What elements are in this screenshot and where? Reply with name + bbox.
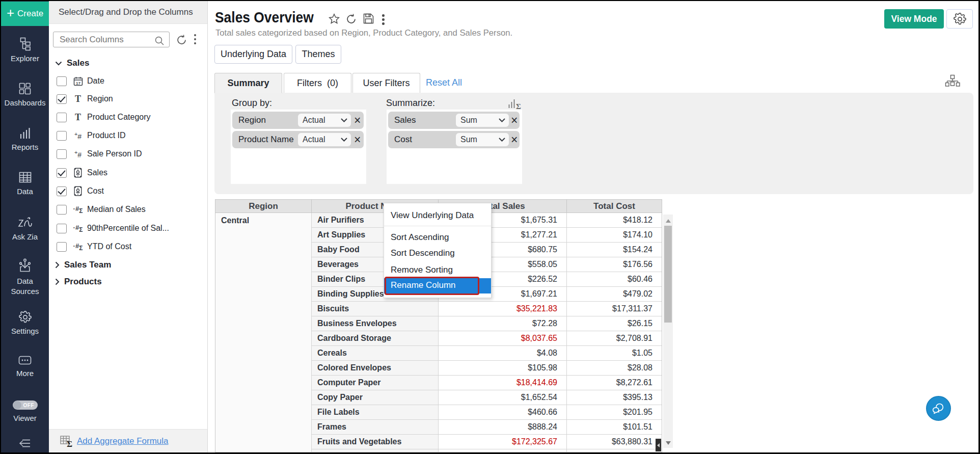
svg-text:Σ: Σ — [67, 439, 72, 447]
svg-text:17: 17 — [76, 81, 80, 85]
